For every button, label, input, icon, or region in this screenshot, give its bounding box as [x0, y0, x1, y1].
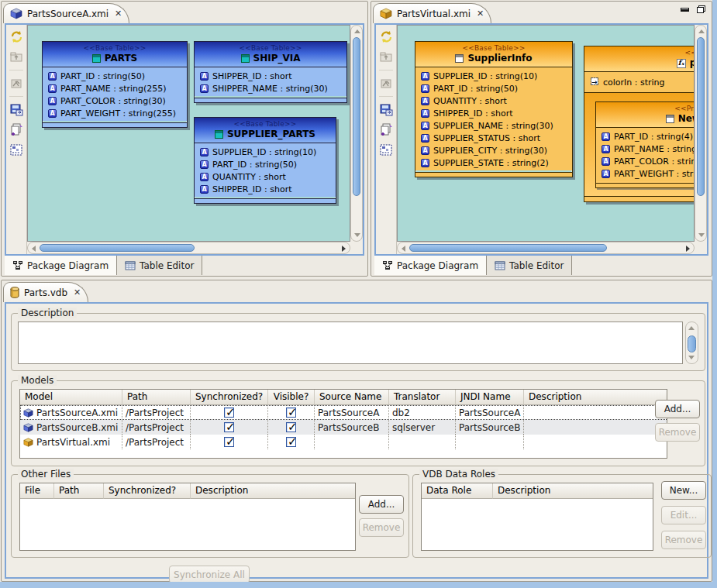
column-header[interactable]: Path [122, 390, 191, 405]
tab-partsvirtual-xmi[interactable]: PartsVirtual.xmi [373, 3, 491, 23]
column-row[interactable]: SUPPLIER_STATE : string(2) [415, 156, 572, 169]
column-row[interactable]: PART_ID : string(4) [596, 130, 695, 143]
synchronized-checkbox[interactable] [224, 422, 234, 432]
column-row[interactable]: PART_COLOR : strin [596, 155, 695, 167]
show-transformation-button[interactable] [9, 76, 24, 91]
new-sibling-button[interactable] [378, 122, 394, 137]
column-header[interactable]: Description [493, 483, 653, 499]
column-header[interactable]: Path [54, 483, 104, 499]
description-scrollbar[interactable] [685, 322, 698, 364]
column-row[interactable]: SUPPLIER_ID : string(10) [415, 70, 572, 82]
up-package-button[interactable] [9, 50, 24, 64]
vertical-scrollbar[interactable] [350, 25, 363, 242]
column-row[interactable]: QUANTITY : short [415, 95, 572, 107]
column-header[interactable]: Data Role [422, 483, 493, 499]
scroll-up-icon[interactable] [688, 326, 695, 330]
subtab-table-editor[interactable]: Table Editor [487, 256, 572, 275]
column-header[interactable]: Visible? [268, 390, 315, 405]
horizontal-scrollbar[interactable] [27, 242, 350, 254]
model-row-partssourcea[interactable]: PartsSourceA.xmi /PartsProject PartsSour… [20, 405, 667, 420]
column-row[interactable]: SUPPLIER_STATUS : short [415, 132, 572, 144]
column-header[interactable]: Model [20, 390, 122, 405]
synchronized-checkbox[interactable] [224, 407, 234, 418]
column-row[interactable]: PART_WEIGHT : stri [596, 167, 695, 180]
scrollbar-thumb[interactable] [688, 335, 696, 352]
column-header[interactable]: Description [524, 390, 667, 405]
column-row[interactable]: PART_ID : string(50) [415, 82, 572, 95]
column-header[interactable]: Synchronized? [104, 483, 191, 499]
close-icon[interactable] [74, 287, 81, 297]
column-row[interactable]: PART_ID : string(50) [43, 70, 187, 82]
diagram-table-ship-via[interactable]: <<Base Table>> SHIP_VIA SHIPPER_ID : sho… [194, 41, 347, 103]
visible-checkbox[interactable] [286, 422, 296, 432]
minimize-icon[interactable] [681, 8, 689, 12]
scroll-up-icon[interactable] [354, 29, 360, 33]
package-diagram-canvas[interactable]: <<Base Table>> SupplierInfo SUPPLIER_ID … [397, 25, 695, 242]
package-diagram-canvas[interactable]: <<Base Table>> PARTS PART_ID : string(50… [27, 25, 350, 242]
subtab-table-editor[interactable]: Table Editor [117, 256, 202, 275]
column-row[interactable]: SUPPLIER_ID : string(10) [195, 146, 336, 158]
column-header[interactable]: JNDI Name [456, 390, 524, 405]
data-roles-new-button[interactable]: New... [661, 481, 706, 500]
close-icon[interactable] [115, 9, 122, 19]
column-header[interactable]: Source Name [315, 390, 389, 405]
column-row[interactable]: SHIPPER_NAME : string(30) [195, 82, 346, 95]
scroll-left-icon[interactable] [32, 246, 36, 252]
visible-checkbox[interactable] [286, 437, 296, 447]
subtab-package-diagram[interactable]: Package Diagram [5, 256, 117, 275]
column-row[interactable]: PART_NAME : string(255) [43, 82, 187, 95]
models-add-button[interactable]: Add... [655, 400, 700, 418]
maximize-icon[interactable] [697, 5, 705, 13]
scroll-down-icon[interactable] [688, 356, 695, 359]
diagram-page-setup-button[interactable] [9, 143, 24, 157]
save-diagram-button[interactable] [9, 102, 24, 117]
column-row[interactable]: PART_ID : string(50) [195, 158, 336, 170]
diagram-table-supplierinfo[interactable]: <<Base Table>> SupplierInfo SUPPLIER_ID … [415, 41, 573, 177]
show-transformation-button[interactable] [378, 76, 394, 91]
column-row[interactable]: SUPPLIER_CITY : string(30) [415, 144, 572, 156]
parameter-row[interactable]: colorIn : string [589, 76, 695, 88]
refresh-diagram-button[interactable] [9, 29, 24, 44]
diagram-table-supplier-parts[interactable]: <<Base Table>> SUPPLIER_PARTS SUPPLIER_I… [194, 117, 336, 204]
tab-partssourcea-xmi[interactable]: PartsSourceA.xmi [3, 3, 129, 23]
scrollbar-thumb[interactable] [697, 37, 705, 196]
up-package-button[interactable] [378, 50, 394, 64]
refresh-diagram-button[interactable] [378, 29, 394, 44]
description-textarea[interactable] [18, 322, 683, 364]
horizontal-scrollbar[interactable] [397, 242, 695, 254]
scroll-right-icon[interactable] [686, 246, 690, 252]
column-row[interactable]: SUPPLIER_NAME : string(30) [415, 119, 572, 132]
diagram-table-parts[interactable]: <<Base Table>> PARTS PART_ID : string(50… [42, 41, 188, 128]
column-header[interactable]: Description [191, 483, 355, 499]
scroll-left-icon[interactable] [402, 246, 405, 252]
column-row[interactable]: PART_NAME : string( [596, 143, 695, 155]
close-icon[interactable] [477, 9, 484, 19]
scrollbar-thumb[interactable] [409, 244, 607, 252]
synchronized-checkbox[interactable] [224, 437, 234, 447]
diagram-table-newprocedure[interactable]: <<Procedure Re NewProcedu PART_ID : stri… [595, 101, 695, 188]
scrollbar-thumb[interactable] [40, 244, 195, 252]
scroll-up-icon[interactable] [698, 29, 705, 33]
column-row[interactable]: QUANTITY : short [195, 170, 336, 183]
model-row-partssourceb[interactable]: PartsSourceB.xmi /PartsProject PartsSour… [20, 420, 667, 435]
column-row[interactable]: SHIPPER_ID : short [195, 70, 346, 82]
column-row[interactable]: PART_WEIGHT : string(255) [43, 107, 187, 119]
column-header[interactable]: Synchronized? [191, 390, 268, 405]
model-row-partsvirtual[interactable]: PartsVirtual.xmi /PartsProject [20, 435, 667, 449]
vertical-scrollbar[interactable] [695, 25, 707, 242]
scroll-down-icon[interactable] [354, 233, 360, 237]
scroll-right-icon[interactable] [342, 246, 346, 252]
column-row[interactable]: SHIPPER_ID : short [195, 183, 336, 195]
scroll-down-icon[interactable] [698, 233, 705, 237]
column-row[interactable]: SHIPPER_ID : short [415, 107, 572, 119]
other-files-add-button[interactable]: Add... [359, 495, 404, 514]
save-diagram-button[interactable] [378, 102, 394, 117]
new-sibling-button[interactable] [9, 122, 24, 137]
column-row[interactable]: PART_COLOR : string(30) [43, 95, 187, 107]
subtab-package-diagram[interactable]: Package Diagram [374, 256, 487, 275]
column-header[interactable]: Translator [389, 390, 456, 405]
column-header[interactable]: File [20, 483, 54, 499]
diagram-procedure-partsbycolor[interactable]: <<Procedur partsByC colorIn : string [584, 46, 695, 202]
visible-checkbox[interactable] [286, 407, 296, 418]
scrollbar-thumb[interactable] [353, 37, 360, 196]
